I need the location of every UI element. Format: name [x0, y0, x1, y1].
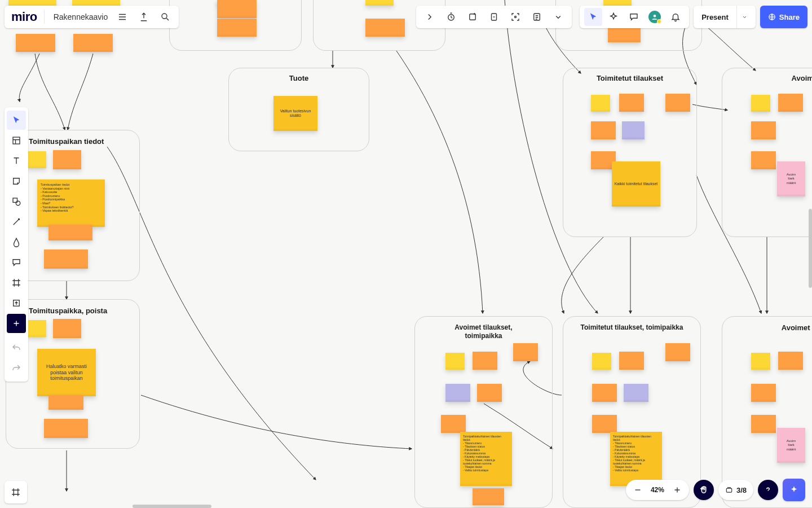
sticky-note[interactable]	[44, 419, 88, 438]
upload-tool-icon[interactable]	[7, 294, 26, 313]
sticky-note[interactable]	[445, 353, 465, 370]
ai-assist-icon[interactable]	[783, 479, 805, 501]
sticky-note[interactable]	[445, 384, 470, 402]
sticky-note[interactable]	[592, 353, 611, 370]
sticky-note[interactable]	[44, 249, 88, 269]
hamburger-icon[interactable]	[113, 8, 131, 26]
help-icon[interactable]	[758, 480, 778, 500]
focus-icon[interactable]	[506, 8, 524, 26]
svg-point-4	[515, 16, 517, 18]
sticky-note[interactable]	[473, 488, 504, 505]
frame-indicator[interactable]: 3/8	[718, 480, 753, 500]
frame-nav-button[interactable]	[5, 481, 27, 503]
voting-icon[interactable]	[464, 8, 482, 26]
frame-tool-icon[interactable]	[7, 273, 26, 292]
avatar-stack[interactable]	[645, 10, 664, 24]
sticky-note[interactable]	[619, 352, 644, 370]
frame-toimitetut[interactable]: Toimitetut tilaukset	[563, 68, 697, 237]
sticky-note[interactable]	[27, 151, 46, 168]
sticky-note[interactable]	[751, 384, 776, 402]
chevron-right-icon[interactable]	[421, 8, 439, 26]
sticky-note[interactable]	[48, 395, 83, 410]
sticky-note[interactable]	[778, 352, 803, 370]
sticky-note-list[interactable]: Toimipaikkakohtainen tilausten tiedot: -…	[460, 432, 512, 486]
present-button[interactable]: Present	[694, 6, 756, 28]
estimation-icon[interactable]	[485, 8, 503, 26]
cursor-tool-icon[interactable]	[584, 8, 602, 26]
board-canvas[interactable]: Tuote Valitun tuotesivun sisältö Toimitu…	[0, 0, 812, 508]
sticky-note[interactable]	[27, 320, 46, 337]
top-toolbar: miro Rakennekaavio	[5, 5, 807, 29]
miro-logo[interactable]: miro	[11, 10, 37, 24]
connector-tool-icon[interactable]	[7, 212, 26, 231]
frame-title: Avoimet tilaukset, toimipaikka	[415, 323, 552, 340]
zoom-out-icon[interactable]	[629, 481, 646, 498]
sparkle-icon[interactable]	[604, 8, 623, 26]
horizontal-scrollbar[interactable]	[133, 505, 211, 508]
board-name[interactable]: Rakennekaavio	[51, 12, 111, 21]
sticky-note[interactable]	[751, 121, 776, 139]
sticky-note[interactable]	[751, 353, 770, 370]
redo-icon[interactable]	[7, 359, 26, 378]
avatar[interactable]	[647, 10, 662, 24]
sticky-note[interactable]	[48, 225, 92, 240]
sticky-note[interactable]	[591, 121, 616, 139]
export-icon[interactable]	[135, 8, 153, 26]
sticky-note[interactable]	[73, 34, 113, 52]
share-label: Share	[779, 13, 800, 21]
select-tool-icon[interactable]	[7, 111, 26, 130]
sticky-note[interactable]	[751, 151, 776, 169]
sticky-note[interactable]	[622, 121, 645, 139]
sticky-tool-icon[interactable]	[7, 172, 26, 191]
sticky-note-pink2[interactable]: Avoim Itark määrit	[777, 428, 805, 463]
search-icon[interactable]	[156, 8, 174, 26]
sticky-note-pink[interactable]: Avoim Itark määrit	[777, 161, 805, 196]
sticky-note[interactable]	[513, 343, 538, 361]
notes-icon[interactable]	[528, 8, 546, 26]
sticky-note[interactable]	[592, 384, 617, 402]
svg-rect-12	[726, 488, 731, 492]
sticky-note[interactable]	[624, 384, 648, 402]
sticky-note[interactable]	[53, 319, 81, 338]
sticky-note-tiedot[interactable]: Toimituspaikan tiedot - Vastaanottajan n…	[37, 179, 105, 227]
sticky-note[interactable]	[665, 343, 690, 361]
template-tool-icon[interactable]	[7, 131, 26, 150]
sticky-note-tuote[interactable]: Valitun tuotesivun sisältö	[273, 96, 317, 131]
zoom-value[interactable]: 42%	[647, 486, 668, 494]
divider	[44, 10, 45, 24]
sticky-note[interactable]	[665, 94, 690, 112]
frame-count: 3/8	[736, 486, 747, 494]
sticky-note-list2[interactable]: Toimipaikkakohtainen tilausten tiedot: -…	[610, 432, 662, 486]
sticky-note[interactable]	[778, 94, 803, 112]
sticky-note[interactable]	[751, 95, 770, 112]
comment-tool-icon[interactable]	[7, 253, 26, 272]
sticky-note[interactable]	[473, 352, 497, 370]
undo-icon[interactable]	[7, 339, 26, 358]
sticky-note[interactable]	[477, 384, 502, 402]
sticky-note[interactable]	[619, 94, 644, 112]
timer-icon[interactable]	[442, 8, 460, 26]
zoom-in-icon[interactable]	[669, 481, 686, 498]
sticky-note-poista[interactable]: Haluatko varmasti poistaa valitun toimit…	[37, 349, 96, 396]
sticky-note[interactable]	[441, 415, 466, 433]
hand-tool-icon[interactable]	[694, 480, 714, 500]
chevron-down-icon[interactable]	[549, 8, 567, 26]
frame-title: Toimitetut tilaukset, toimipaikka	[563, 323, 700, 332]
comment-icon[interactable]	[625, 8, 643, 26]
sticky-note[interactable]	[592, 415, 617, 433]
bell-icon[interactable]	[667, 8, 685, 26]
shape-tool-icon[interactable]	[7, 192, 26, 211]
sticky-note-toimitetut[interactable]: Kaikki toimitetut tilaukset	[612, 161, 660, 207]
chevron-down-icon[interactable]	[736, 6, 748, 28]
share-button[interactable]: Share	[760, 6, 807, 28]
pen-tool-icon[interactable]	[7, 233, 26, 252]
sticky-note[interactable]	[16, 34, 55, 52]
sticky-note[interactable]	[53, 150, 81, 169]
frame-grid-icon[interactable]	[7, 483, 25, 501]
more-apps-icon[interactable]	[7, 314, 26, 333]
vertical-scrollbar[interactable]	[809, 209, 812, 288]
sticky-note[interactable]	[751, 415, 776, 433]
sticky-note[interactable]	[591, 95, 610, 112]
text-tool-icon[interactable]	[7, 151, 26, 170]
frame-title: Toimituspaikan tiedot	[29, 137, 139, 146]
